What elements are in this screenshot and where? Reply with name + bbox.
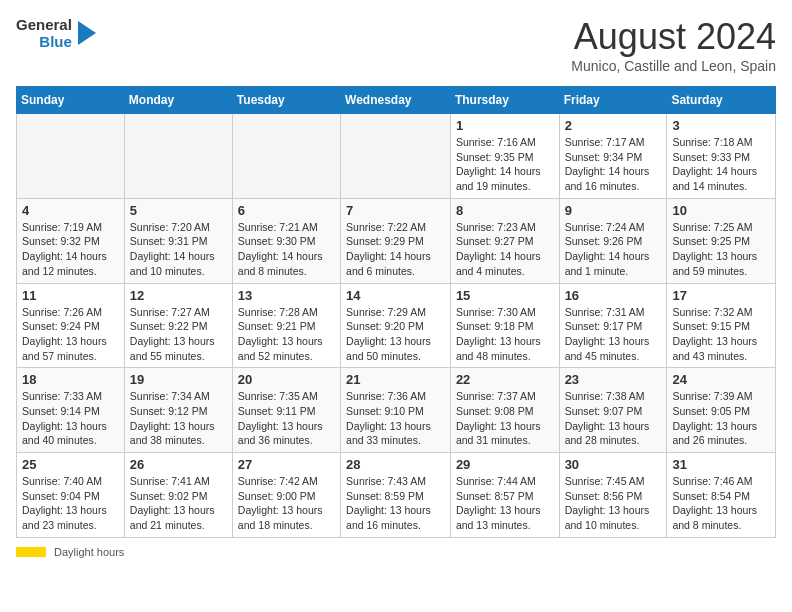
weekday-header-row: SundayMondayTuesdayWednesdayThursdayFrid… xyxy=(17,87,776,114)
calendar-cell: 5Sunrise: 7:20 AM Sunset: 9:31 PM Daylig… xyxy=(124,198,232,283)
day-info: Sunrise: 7:43 AM Sunset: 8:59 PM Dayligh… xyxy=(346,474,445,533)
day-number: 8 xyxy=(456,203,554,218)
weekday-header-thursday: Thursday xyxy=(450,87,559,114)
daylight-bar-icon xyxy=(16,547,46,557)
logo-arrow-icon xyxy=(78,21,96,45)
calendar-cell: 28Sunrise: 7:43 AM Sunset: 8:59 PM Dayli… xyxy=(341,453,451,538)
day-number: 22 xyxy=(456,372,554,387)
calendar-cell xyxy=(232,114,340,199)
calendar-week-row: 18Sunrise: 7:33 AM Sunset: 9:14 PM Dayli… xyxy=(17,368,776,453)
day-number: 20 xyxy=(238,372,335,387)
day-info: Sunrise: 7:27 AM Sunset: 9:22 PM Dayligh… xyxy=(130,305,227,364)
calendar-cell: 29Sunrise: 7:44 AM Sunset: 8:57 PM Dayli… xyxy=(450,453,559,538)
calendar-cell: 1Sunrise: 7:16 AM Sunset: 9:35 PM Daylig… xyxy=(450,114,559,199)
day-info: Sunrise: 7:38 AM Sunset: 9:07 PM Dayligh… xyxy=(565,389,662,448)
calendar-cell: 27Sunrise: 7:42 AM Sunset: 9:00 PM Dayli… xyxy=(232,453,340,538)
day-info: Sunrise: 7:42 AM Sunset: 9:00 PM Dayligh… xyxy=(238,474,335,533)
day-number: 3 xyxy=(672,118,770,133)
calendar-cell: 24Sunrise: 7:39 AM Sunset: 9:05 PM Dayli… xyxy=(667,368,776,453)
day-number: 19 xyxy=(130,372,227,387)
day-info: Sunrise: 7:45 AM Sunset: 8:56 PM Dayligh… xyxy=(565,474,662,533)
calendar-cell: 26Sunrise: 7:41 AM Sunset: 9:02 PM Dayli… xyxy=(124,453,232,538)
calendar-cell: 23Sunrise: 7:38 AM Sunset: 9:07 PM Dayli… xyxy=(559,368,667,453)
calendar-cell: 16Sunrise: 7:31 AM Sunset: 9:17 PM Dayli… xyxy=(559,283,667,368)
weekday-header-wednesday: Wednesday xyxy=(341,87,451,114)
calendar-cell: 19Sunrise: 7:34 AM Sunset: 9:12 PM Dayli… xyxy=(124,368,232,453)
calendar-cell: 25Sunrise: 7:40 AM Sunset: 9:04 PM Dayli… xyxy=(17,453,125,538)
day-number: 4 xyxy=(22,203,119,218)
day-info: Sunrise: 7:30 AM Sunset: 9:18 PM Dayligh… xyxy=(456,305,554,364)
day-info: Sunrise: 7:22 AM Sunset: 9:29 PM Dayligh… xyxy=(346,220,445,279)
day-info: Sunrise: 7:34 AM Sunset: 9:12 PM Dayligh… xyxy=(130,389,227,448)
day-info: Sunrise: 7:40 AM Sunset: 9:04 PM Dayligh… xyxy=(22,474,119,533)
weekday-header-sunday: Sunday xyxy=(17,87,125,114)
calendar-cell: 20Sunrise: 7:35 AM Sunset: 9:11 PM Dayli… xyxy=(232,368,340,453)
header: General Blue August 2024 Munico, Castill… xyxy=(16,16,776,74)
day-info: Sunrise: 7:41 AM Sunset: 9:02 PM Dayligh… xyxy=(130,474,227,533)
calendar-week-row: 1Sunrise: 7:16 AM Sunset: 9:35 PM Daylig… xyxy=(17,114,776,199)
day-number: 17 xyxy=(672,288,770,303)
calendar-cell: 21Sunrise: 7:36 AM Sunset: 9:10 PM Dayli… xyxy=(341,368,451,453)
day-info: Sunrise: 7:20 AM Sunset: 9:31 PM Dayligh… xyxy=(130,220,227,279)
calendar-cell: 22Sunrise: 7:37 AM Sunset: 9:08 PM Dayli… xyxy=(450,368,559,453)
day-number: 29 xyxy=(456,457,554,472)
calendar-cell: 6Sunrise: 7:21 AM Sunset: 9:30 PM Daylig… xyxy=(232,198,340,283)
calendar-table: SundayMondayTuesdayWednesdayThursdayFrid… xyxy=(16,86,776,538)
calendar-cell: 31Sunrise: 7:46 AM Sunset: 8:54 PM Dayli… xyxy=(667,453,776,538)
logo-blue: Blue xyxy=(39,33,72,50)
logo: General Blue xyxy=(16,16,96,50)
day-number: 6 xyxy=(238,203,335,218)
day-number: 14 xyxy=(346,288,445,303)
day-number: 2 xyxy=(565,118,662,133)
weekday-header-saturday: Saturday xyxy=(667,87,776,114)
day-number: 23 xyxy=(565,372,662,387)
footer-label: Daylight hours xyxy=(54,546,124,558)
day-info: Sunrise: 7:18 AM Sunset: 9:33 PM Dayligh… xyxy=(672,135,770,194)
calendar-cell: 4Sunrise: 7:19 AM Sunset: 9:32 PM Daylig… xyxy=(17,198,125,283)
day-number: 28 xyxy=(346,457,445,472)
day-info: Sunrise: 7:23 AM Sunset: 9:27 PM Dayligh… xyxy=(456,220,554,279)
day-number: 30 xyxy=(565,457,662,472)
day-info: Sunrise: 7:25 AM Sunset: 9:25 PM Dayligh… xyxy=(672,220,770,279)
calendar-week-row: 11Sunrise: 7:26 AM Sunset: 9:24 PM Dayli… xyxy=(17,283,776,368)
day-info: Sunrise: 7:32 AM Sunset: 9:15 PM Dayligh… xyxy=(672,305,770,364)
day-info: Sunrise: 7:28 AM Sunset: 9:21 PM Dayligh… xyxy=(238,305,335,364)
day-number: 26 xyxy=(130,457,227,472)
calendar-cell: 8Sunrise: 7:23 AM Sunset: 9:27 PM Daylig… xyxy=(450,198,559,283)
location-title: Munico, Castille and Leon, Spain xyxy=(571,58,776,74)
calendar-cell: 11Sunrise: 7:26 AM Sunset: 9:24 PM Dayli… xyxy=(17,283,125,368)
calendar-cell: 3Sunrise: 7:18 AM Sunset: 9:33 PM Daylig… xyxy=(667,114,776,199)
day-number: 15 xyxy=(456,288,554,303)
weekday-header-tuesday: Tuesday xyxy=(232,87,340,114)
day-info: Sunrise: 7:37 AM Sunset: 9:08 PM Dayligh… xyxy=(456,389,554,448)
day-info: Sunrise: 7:31 AM Sunset: 9:17 PM Dayligh… xyxy=(565,305,662,364)
calendar-cell xyxy=(17,114,125,199)
day-info: Sunrise: 7:17 AM Sunset: 9:34 PM Dayligh… xyxy=(565,135,662,194)
day-number: 10 xyxy=(672,203,770,218)
day-number: 9 xyxy=(565,203,662,218)
calendar-cell: 15Sunrise: 7:30 AM Sunset: 9:18 PM Dayli… xyxy=(450,283,559,368)
calendar-cell: 10Sunrise: 7:25 AM Sunset: 9:25 PM Dayli… xyxy=(667,198,776,283)
calendar-week-row: 25Sunrise: 7:40 AM Sunset: 9:04 PM Dayli… xyxy=(17,453,776,538)
logo-general: General xyxy=(16,16,72,33)
calendar-cell: 9Sunrise: 7:24 AM Sunset: 9:26 PM Daylig… xyxy=(559,198,667,283)
title-section: August 2024 Munico, Castille and Leon, S… xyxy=(571,16,776,74)
calendar-cell: 12Sunrise: 7:27 AM Sunset: 9:22 PM Dayli… xyxy=(124,283,232,368)
day-info: Sunrise: 7:33 AM Sunset: 9:14 PM Dayligh… xyxy=(22,389,119,448)
day-number: 18 xyxy=(22,372,119,387)
day-info: Sunrise: 7:39 AM Sunset: 9:05 PM Dayligh… xyxy=(672,389,770,448)
day-number: 16 xyxy=(565,288,662,303)
calendar-cell: 13Sunrise: 7:28 AM Sunset: 9:21 PM Dayli… xyxy=(232,283,340,368)
weekday-header-friday: Friday xyxy=(559,87,667,114)
day-number: 24 xyxy=(672,372,770,387)
day-info: Sunrise: 7:46 AM Sunset: 8:54 PM Dayligh… xyxy=(672,474,770,533)
calendar-cell: 17Sunrise: 7:32 AM Sunset: 9:15 PM Dayli… xyxy=(667,283,776,368)
day-number: 27 xyxy=(238,457,335,472)
calendar-cell xyxy=(124,114,232,199)
day-info: Sunrise: 7:16 AM Sunset: 9:35 PM Dayligh… xyxy=(456,135,554,194)
calendar-cell: 18Sunrise: 7:33 AM Sunset: 9:14 PM Dayli… xyxy=(17,368,125,453)
day-number: 11 xyxy=(22,288,119,303)
calendar-week-row: 4Sunrise: 7:19 AM Sunset: 9:32 PM Daylig… xyxy=(17,198,776,283)
day-number: 13 xyxy=(238,288,335,303)
day-number: 5 xyxy=(130,203,227,218)
